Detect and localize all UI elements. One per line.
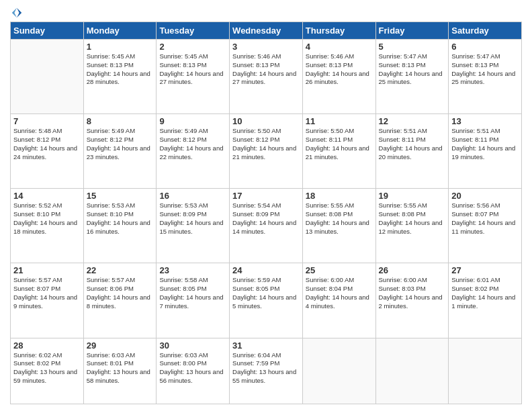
day-number: 9 <box>159 116 226 126</box>
day-info: Sunrise: 5:51 AMSunset: 8:11 PMDaylight:… <box>379 127 446 161</box>
day-info: Sunrise: 5:55 AMSunset: 8:08 PMDaylight:… <box>379 201 446 236</box>
day-info: Sunrise: 5:52 AMSunset: 8:10 PMDaylight:… <box>13 201 81 236</box>
day-number: 26 <box>379 265 446 275</box>
calendar-cell <box>449 338 522 404</box>
day-info: Sunrise: 5:53 AMSunset: 8:09 PMDaylight:… <box>159 201 226 236</box>
calendar-cell: 27Sunrise: 6:01 AMSunset: 8:02 PMDayligh… <box>449 263 522 338</box>
day-info: Sunrise: 5:49 AMSunset: 8:12 PMDaylight:… <box>87 127 154 161</box>
calendar-cell: 6Sunrise: 5:47 AMSunset: 8:13 PMDaylight… <box>449 40 522 114</box>
day-info: Sunrise: 5:50 AMSunset: 8:12 PMDaylight:… <box>232 127 300 161</box>
calendar-cell: 26Sunrise: 6:00 AMSunset: 8:03 PMDayligh… <box>375 263 449 338</box>
weekday-header-thursday: Thursday <box>302 22 375 40</box>
day-number: 2 <box>159 42 226 52</box>
week-row-1: 1Sunrise: 5:45 AMSunset: 8:13 PMDaylight… <box>11 40 522 114</box>
weekday-header-sunday: Sunday <box>11 22 84 40</box>
day-info: Sunrise: 5:47 AMSunset: 8:13 PMDaylight:… <box>451 52 519 87</box>
calendar-cell: 21Sunrise: 5:57 AMSunset: 8:07 PMDayligh… <box>11 263 84 338</box>
calendar-cell: 16Sunrise: 5:53 AMSunset: 8:09 PMDayligh… <box>157 189 230 263</box>
day-info: Sunrise: 5:46 AMSunset: 8:13 PMDaylight:… <box>232 52 300 87</box>
week-row-5: 28Sunrise: 6:02 AMSunset: 8:02 PMDayligh… <box>11 338 522 404</box>
day-number: 18 <box>306 191 373 201</box>
weekday-header-wednesday: Wednesday <box>230 22 303 40</box>
day-number: 1 <box>87 42 154 52</box>
calendar-cell: 20Sunrise: 5:56 AMSunset: 8:07 PMDayligh… <box>449 189 522 263</box>
calendar-cell: 4Sunrise: 5:46 AMSunset: 8:13 PMDaylight… <box>302 40 375 114</box>
day-number: 15 <box>87 191 154 201</box>
calendar-cell: 14Sunrise: 5:52 AMSunset: 8:10 PMDayligh… <box>11 189 84 263</box>
calendar-cell: 22Sunrise: 5:57 AMSunset: 8:06 PMDayligh… <box>83 263 157 338</box>
day-number: 29 <box>87 340 154 351</box>
day-info: Sunrise: 5:51 AMSunset: 8:11 PMDaylight:… <box>451 127 519 161</box>
day-info: Sunrise: 6:00 AMSunset: 8:03 PMDaylight:… <box>379 276 446 310</box>
calendar-cell: 31Sunrise: 6:04 AMSunset: 7:59 PMDayligh… <box>230 338 303 404</box>
calendar-cell: 12Sunrise: 5:51 AMSunset: 8:11 PMDayligh… <box>375 114 449 189</box>
weekday-header-monday: Monday <box>83 22 157 40</box>
calendar-cell: 2Sunrise: 5:45 AMSunset: 8:13 PMDaylight… <box>157 40 230 114</box>
day-info: Sunrise: 5:59 AMSunset: 8:05 PMDaylight:… <box>232 276 300 310</box>
weekday-header-saturday: Saturday <box>449 22 522 40</box>
day-number: 22 <box>87 265 154 275</box>
calendar-cell: 29Sunrise: 6:03 AMSunset: 8:01 PMDayligh… <box>83 338 157 404</box>
week-row-3: 14Sunrise: 5:52 AMSunset: 8:10 PMDayligh… <box>11 189 522 263</box>
calendar-cell: 18Sunrise: 5:55 AMSunset: 8:08 PMDayligh… <box>302 189 375 263</box>
day-number: 30 <box>159 340 226 351</box>
calendar-cell <box>375 338 449 404</box>
day-info: Sunrise: 5:57 AMSunset: 8:06 PMDaylight:… <box>87 276 154 310</box>
day-info: Sunrise: 6:03 AMSunset: 8:00 PMDaylight:… <box>159 351 226 385</box>
calendar-cell: 24Sunrise: 5:59 AMSunset: 8:05 PMDayligh… <box>230 263 303 338</box>
day-number: 31 <box>232 340 300 351</box>
day-info: Sunrise: 5:45 AMSunset: 8:13 PMDaylight:… <box>159 52 226 87</box>
day-number: 8 <box>87 116 154 126</box>
day-number: 3 <box>232 42 300 52</box>
calendar-cell: 19Sunrise: 5:55 AMSunset: 8:08 PMDayligh… <box>375 189 449 263</box>
day-info: Sunrise: 6:04 AMSunset: 7:59 PMDaylight:… <box>232 351 300 385</box>
day-number: 14 <box>13 191 81 201</box>
calendar-cell: 8Sunrise: 5:49 AMSunset: 8:12 PMDaylight… <box>83 114 157 189</box>
calendar-cell: 28Sunrise: 6:02 AMSunset: 8:02 PMDayligh… <box>11 338 84 404</box>
day-number: 11 <box>306 116 373 126</box>
week-row-2: 7Sunrise: 5:48 AMSunset: 8:12 PMDaylight… <box>11 114 522 189</box>
day-number: 13 <box>451 116 519 126</box>
day-number: 4 <box>306 42 373 52</box>
calendar-cell: 3Sunrise: 5:46 AMSunset: 8:13 PMDaylight… <box>230 40 303 114</box>
weekday-header-friday: Friday <box>375 22 449 40</box>
day-number: 24 <box>232 265 300 275</box>
day-info: Sunrise: 5:46 AMSunset: 8:13 PMDaylight:… <box>306 52 373 87</box>
weekday-header-row: SundayMondayTuesdayWednesdayThursdayFrid… <box>11 22 522 40</box>
calendar-table: SundayMondayTuesdayWednesdayThursdayFrid… <box>10 21 522 404</box>
calendar-cell: 17Sunrise: 5:54 AMSunset: 8:09 PMDayligh… <box>230 189 303 263</box>
day-info: Sunrise: 6:02 AMSunset: 8:02 PMDaylight:… <box>13 351 81 385</box>
calendar-cell: 10Sunrise: 5:50 AMSunset: 8:12 PMDayligh… <box>230 114 303 189</box>
day-number: 19 <box>379 191 446 201</box>
day-number: 17 <box>232 191 300 201</box>
calendar-cell: 5Sunrise: 5:47 AMSunset: 8:13 PMDaylight… <box>375 40 449 114</box>
day-info: Sunrise: 6:03 AMSunset: 8:01 PMDaylight:… <box>87 351 154 385</box>
calendar-cell: 9Sunrise: 5:49 AMSunset: 8:12 PMDaylight… <box>157 114 230 189</box>
day-number: 7 <box>13 116 81 126</box>
day-number: 12 <box>379 116 446 126</box>
day-number: 10 <box>232 116 300 126</box>
day-info: Sunrise: 5:53 AMSunset: 8:10 PMDaylight:… <box>87 201 154 236</box>
day-info: Sunrise: 5:54 AMSunset: 8:09 PMDaylight:… <box>232 201 300 236</box>
calendar-cell: 25Sunrise: 6:00 AMSunset: 8:04 PMDayligh… <box>302 263 375 338</box>
calendar-cell: 7Sunrise: 5:48 AMSunset: 8:12 PMDaylight… <box>11 114 84 189</box>
day-number: 23 <box>159 265 226 275</box>
day-info: Sunrise: 6:00 AMSunset: 8:04 PMDaylight:… <box>306 276 373 310</box>
logo-icon <box>11 7 23 19</box>
day-number: 6 <box>451 42 519 52</box>
day-number: 25 <box>306 265 373 275</box>
day-number: 20 <box>451 191 519 201</box>
day-info: Sunrise: 5:49 AMSunset: 8:12 PMDaylight:… <box>159 127 226 161</box>
day-number: 16 <box>159 191 226 201</box>
weekday-header-tuesday: Tuesday <box>157 22 230 40</box>
page: SundayMondayTuesdayWednesdayThursdayFrid… <box>0 0 532 411</box>
calendar-cell: 15Sunrise: 5:53 AMSunset: 8:10 PMDayligh… <box>83 189 157 263</box>
week-row-4: 21Sunrise: 5:57 AMSunset: 8:07 PMDayligh… <box>11 263 522 338</box>
header <box>10 7 522 16</box>
day-info: Sunrise: 5:50 AMSunset: 8:11 PMDaylight:… <box>306 127 373 161</box>
day-number: 28 <box>13 340 81 351</box>
calendar-cell: 30Sunrise: 6:03 AMSunset: 8:00 PMDayligh… <box>157 338 230 404</box>
calendar-cell: 13Sunrise: 5:51 AMSunset: 8:11 PMDayligh… <box>449 114 522 189</box>
day-info: Sunrise: 6:01 AMSunset: 8:02 PMDaylight:… <box>451 276 519 310</box>
day-info: Sunrise: 5:48 AMSunset: 8:12 PMDaylight:… <box>13 127 81 161</box>
